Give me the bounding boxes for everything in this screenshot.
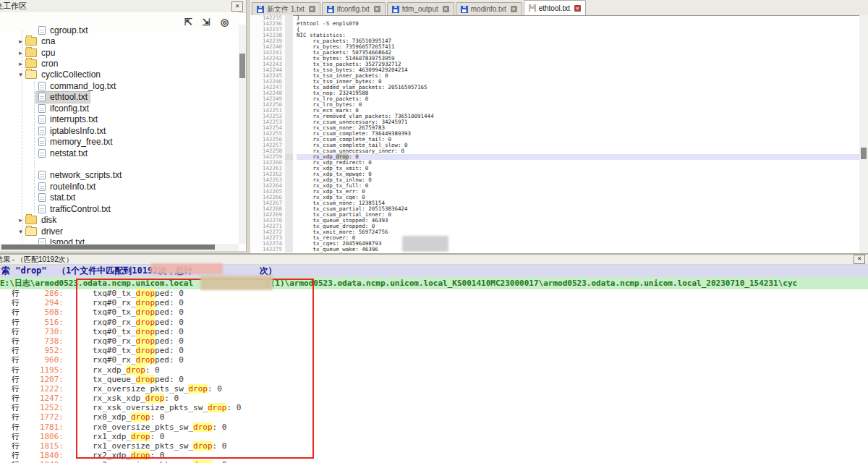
tab-bar: 新文件 1.txt✕ifconfig.txt✕fdm_output✕modinf…	[250, 0, 868, 16]
tab-label: ifconfig.txt	[337, 5, 370, 13]
tree-item-interrupts-txt[interactable]: interrupts.txt	[0, 114, 239, 125]
result-row[interactable]: 行1247:rx_xsk_xdp_drop: 0	[0, 394, 868, 403]
tree-item-memory_free-txt[interactable]: memory_free.txt	[0, 136, 239, 147]
scrollbar-thumb[interactable]	[239, 54, 245, 78]
result-row[interactable]: 行1849:rx2_oversize_pkts_sw_drop: 0	[0, 460, 868, 463]
match-highlight: drop	[136, 307, 156, 317]
close-icon[interactable]: ✕	[309, 6, 315, 12]
chevron-right-icon[interactable]: ▸	[16, 49, 25, 56]
tree-item-hit-area: routeInfo.txt	[36, 181, 98, 192]
result-line-number: 508:	[26, 307, 64, 317]
bookmark-margin	[285, 21, 293, 27]
tree-item-ifconfig-txt[interactable]: ifconfig.txt	[0, 103, 239, 114]
bookmark-margin	[285, 224, 293, 229]
tree-vertical-scrollbar[interactable]	[239, 25, 246, 244]
close-icon[interactable]: ✕	[231, 1, 243, 12]
tree-item-routeinfo-txt[interactable]: routeInfo.txt	[0, 181, 239, 192]
match-highlight: drop	[193, 422, 213, 432]
tree-item-stat-txt[interactable]: stat.txt	[0, 192, 239, 203]
result-line-word: 行	[12, 451, 26, 460]
tab-ifconfig-txt[interactable]: ifconfig.txt✕	[322, 2, 386, 15]
result-row[interactable]: 行286:txq#0_tx_dropped: 0	[0, 289, 868, 298]
result-row[interactable]: 行730:txq#0_tx_dropped: 0	[0, 327, 868, 336]
scrollbar-thumb[interactable]	[861, 148, 867, 159]
floppy-icon	[257, 6, 264, 13]
chevron-down-icon[interactable]: ▾	[16, 228, 25, 235]
result-row[interactable]: 行960:rxq#0_rx_dropped: 0	[0, 355, 868, 365]
match-highlight: drop	[193, 460, 213, 463]
bookmark-margin	[285, 154, 293, 160]
match-highlight: drop	[136, 327, 156, 336]
result-row[interactable]: 行1222:rx_oversize_pkts_sw_drop: 0	[0, 384, 868, 394]
tree-item-cna[interactable]: ▸cna	[0, 35, 239, 46]
chevron-down-icon[interactable]: ▾	[16, 71, 25, 78]
tab-ethtool-txt[interactable]: ethtool.txt✕	[524, 0, 586, 15]
tree-item-cpu[interactable]: ▸cpu	[0, 47, 239, 58]
tree-item-cycliccollection[interactable]: ▾cyclicCollection	[0, 69, 239, 80]
result-row[interactable]: 行1806:rx1_xdp_drop: 0	[0, 432, 868, 441]
file-icon	[38, 93, 46, 101]
results-row-list: 行286:txq#0_tx_dropped: 0行294:rxq#0_rx_dr…	[0, 289, 868, 463]
chevron-right-icon[interactable]: ▸	[16, 60, 25, 67]
result-row[interactable]: 行1815:rx1_oversize_pkts_sw_drop: 0	[0, 441, 868, 451]
result-row[interactable]: 行508:txq#0_tx_dropped: 0	[0, 307, 868, 317]
tree-item-cron[interactable]: ▸cron	[0, 58, 239, 69]
match-highlight: drop	[136, 375, 156, 384]
editor-line-text: tx_queue_wake: 46396	[297, 247, 859, 252]
scrollbar-thumb[interactable]	[1, 245, 215, 250]
result-row[interactable]: 行516:rxq#0_rx_dropped: 0	[0, 318, 868, 327]
result-text: rx1_xdp_drop: 0	[93, 432, 164, 441]
results-search-summary[interactable]: 索 "drop" （1个文件中匹配到10192次，总计次）	[0, 265, 868, 277]
tab-modinfo-txt[interactable]: modinfo.txt✕	[456, 2, 522, 15]
result-line-word: 行	[12, 327, 26, 336]
editor-line[interactable]: 142236ethtool -S enp1s0f0	[250, 21, 859, 27]
tree-item-iptablesinfo-txt[interactable]: iptablesInfo.txt	[0, 125, 239, 136]
close-icon[interactable]: ✕	[374, 6, 380, 12]
result-line-number: 1252:	[26, 403, 64, 412]
file-icon	[38, 104, 46, 113]
result-row[interactable]: 行1252:rx_xsk_oversize_pkts_sw_drop: 0	[0, 403, 868, 412]
result-row[interactable]: 行1840:rx2_xdp_drop: 0	[0, 451, 868, 460]
result-line-word: 行	[12, 318, 26, 327]
close-icon[interactable]: ✕	[574, 5, 581, 12]
close-icon[interactable]: ✕	[854, 255, 865, 264]
result-line-number: 1207:	[26, 375, 64, 384]
editor-vertical-scrollbar[interactable]	[859, 15, 868, 253]
editor-text-area[interactable]: 142235}142236ethtool -S enp1s0f0142237{1…	[250, 15, 859, 253]
results-file-path[interactable]: E:\日志\armod0523.odata.ncmp.unicom.localr…	[0, 277, 868, 289]
close-icon[interactable]: ✕	[511, 6, 517, 12]
floppy-icon	[529, 4, 536, 12]
tree-item-netstat-txt[interactable]: netstat.txt	[0, 148, 239, 158]
chevron-right-icon[interactable]: ▸	[16, 38, 25, 45]
result-row[interactable]: 行1207:tx_queue_dropped: 0	[0, 375, 868, 384]
tree-item-cgroup-txt[interactable]: cgroup.txt	[0, 25, 239, 35]
close-icon[interactable]: ✕	[443, 6, 449, 12]
result-row[interactable]: 行1195:rx_xdp_drop: 0	[0, 365, 868, 375]
result-line-number: 1772:	[26, 412, 64, 422]
tree-item-command_log-txt[interactable]: command_log.txt	[0, 80, 239, 91]
tree-horizontal-scrollbar[interactable]	[0, 244, 239, 251]
tab-fdm_output[interactable]: fdm_output✕	[387, 2, 454, 15]
chevron-right-icon[interactable]: ▸	[16, 216, 25, 224]
file-path-prefix: E:\日志\armod0523.odata.ncmp.unicom.local	[0, 279, 193, 288]
editor-line[interactable]: 142275 tx_queue_wake: 46396	[250, 247, 859, 252]
tree-item-trafficcontrol-txt[interactable]: trafficControl.txt	[0, 203, 239, 214]
result-row[interactable]: 行1781:rx0_oversize_pkts_sw_drop: 0	[0, 422, 868, 432]
tree-item-network_scripts-txt[interactable]: network_scripts.txt	[0, 170, 239, 181]
bookmark-margin	[285, 148, 293, 154]
result-text: rx0_xdp_drop: 0	[93, 412, 164, 422]
match-highlight: drop	[136, 318, 156, 327]
tree-item-disk[interactable]: ▸disk	[0, 214, 239, 225]
result-row[interactable]: 行738:rxq#0_rx_dropped: 0	[0, 336, 868, 346]
tree-item-driver[interactable]: ▾driver	[0, 226, 239, 237]
bookmark-margin	[285, 114, 293, 119]
bookmark-margin	[285, 90, 293, 96]
result-row[interactable]: 行294:rxq#0_rx_dropped: 0	[0, 298, 868, 307]
result-row[interactable]: 行1772:rx0_xdp_drop: 0	[0, 412, 868, 422]
tree-item-ethtool-txt[interactable]: ethtool.txt	[0, 92, 239, 103]
tree-item-lsmod-txt[interactable]: lsmod.txt	[0, 237, 239, 244]
result-row[interactable]: 行952:txq#0_tx_dropped: 0	[0, 346, 868, 355]
tree-item-label: disk	[41, 215, 56, 225]
bookmark-margin	[285, 96, 293, 102]
tab--1-txt[interactable]: 新文件 1.txt✕	[252, 2, 320, 15]
